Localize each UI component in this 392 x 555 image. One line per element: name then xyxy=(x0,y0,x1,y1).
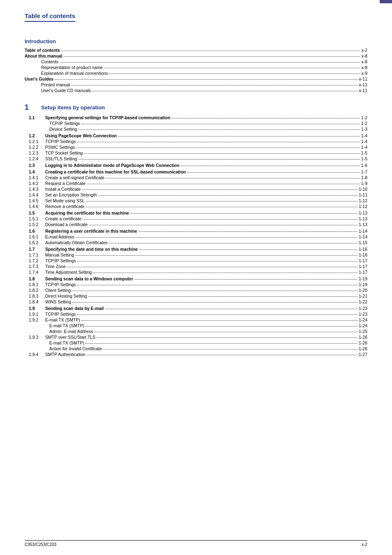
entry-1-6-2: 1.6.2 Automatically Obtain Certificates … xyxy=(25,240,367,245)
entry-1-9-4: 1.9.4 SMTP Authentication 1-27 xyxy=(25,352,367,357)
entry-1-4-1: 1.4.1 Create a self-signed Certificate 1… xyxy=(25,175,367,180)
entry-1-3: 1.3 Logging in to Administrator mode of … xyxy=(25,163,367,168)
entry-1-2-2: 1.2.2 PSWC Settings 1-4 xyxy=(25,145,367,150)
entry-1-8-1: 1.8.1 TCP/IP Settings 1-19 xyxy=(25,282,367,287)
footer-model: C353/C253/C203 xyxy=(25,542,56,547)
toc-entry-product-name: Representation of product name x-8 xyxy=(25,65,367,70)
footer: C353/C253/C203 x-2 xyxy=(25,540,367,547)
chapter1-num: 1 xyxy=(25,103,33,112)
top-bar-decoration xyxy=(380,0,392,3)
entry-1-9-2-smtp: E-mail TX (SMTP) 1-24 xyxy=(25,323,367,328)
entry-1-4-4: 1.4.4 Set an Encryption Strength 1-11 xyxy=(25,192,367,197)
entry-1-2-1: 1.2.1 TCP/IP Settings 1-4 xyxy=(25,139,367,144)
chapter1-title: Setup items by operation xyxy=(41,104,105,111)
entry-1-6-1: 1.6.1 E-mail Address 1-14 xyxy=(25,234,367,239)
entry-1-8-2: 1.8.2 Client Setting 1-20 xyxy=(25,288,367,293)
entry-1-7-2: 1.7.2 TCP/IP Settings 1-17 xyxy=(25,258,367,263)
entry-1-4-3: 1.4.3 Install a Certificate 1-10 xyxy=(25,187,367,192)
introduction-section: Introduction Table of contents x-2 About… xyxy=(25,38,367,93)
page-container: Table of contents Introduction Table of … xyxy=(0,0,392,555)
introduction-toc: Table of contents x-2 About this manual … xyxy=(25,48,367,93)
entry-1-9-2: 1.9.2 E-mail TX (SMTP) 1-24 xyxy=(25,317,367,322)
page-title: Table of contents xyxy=(25,12,75,22)
entry-1-5-2: 1.5.2 Download a certificate 1-13 xyxy=(25,222,367,227)
introduction-title: Introduction xyxy=(25,38,367,44)
entry-1-6: 1.6 Registering a user certificate in th… xyxy=(25,229,367,234)
toc-entry-users-guides: User's Guides x-11 xyxy=(25,76,367,81)
entry-1-8-3: 1.8.3 Direct Hosting Setting 1-21 xyxy=(25,294,367,298)
toc-entry-manual-conventions: Explanation of manual conventions x-9 xyxy=(25,71,367,76)
entry-1-7-3: 1.7.3 Time Zone 1-17 xyxy=(25,264,367,269)
entry-1-9-3-action: Action for Invalid Certificate 1-26 xyxy=(25,346,367,351)
entry-1-5-1: 1.5.1 Create a certificate 1-13 xyxy=(25,216,367,221)
entry-1-8-4: 1.8.4 WINS Setting 1-22 xyxy=(25,299,367,304)
toc-entry-table-of-contents: Table of contents x-2 xyxy=(25,48,367,53)
entry-1-9-2-admin: Admin. E-mail Address 1-25 xyxy=(25,329,367,334)
entry-1-2-4: 1.2.4 SSL/TLS Setting 1-5 xyxy=(25,156,367,161)
entry-1-7: 1.7 Specifying the date and time on this… xyxy=(25,247,367,252)
entry-1-9-3-smtp: E-mail TX (SMTP) 1-26 xyxy=(25,340,367,345)
entry-1-2: 1.2 Using PageScope Web Connection 1-4 xyxy=(25,133,367,138)
entry-1-4: 1.4 Creating a certificate for this mach… xyxy=(25,169,367,174)
entry-1-4-2: 1.4.2 Request a Certificate 1-9 xyxy=(25,181,367,186)
toc-entry-printed-manual: Printed manual x-11 xyxy=(25,82,367,87)
entry-1-1-device: Device Setting 1-3 xyxy=(25,127,367,132)
chapter1-section: 1 Setup items by operation 1.1 Specifyin… xyxy=(25,103,367,357)
entry-1-7-4: 1.7.4 Time Adjustment Setting 1-17 xyxy=(25,270,367,275)
toc-entry-about-manual: About this manual x-8 xyxy=(25,53,367,58)
entry-1-4-5: 1.4.5 Set Mode using SSL 1-12 xyxy=(25,198,367,203)
entry-1-5: 1.5 Acquiring the certificate for this m… xyxy=(25,210,367,215)
entry-1-1-tcpip: TCP/IP Settings 1-2 xyxy=(25,121,367,126)
entry-1-1: 1.1 Specifying general settings for TCP/… xyxy=(25,115,367,120)
toc-entry-contents: Contents x-8 xyxy=(25,59,367,64)
entry-1-7-1: 1.7.1 Manual Setting 1-16 xyxy=(25,252,367,257)
toc-entry-cd-manuals: User's Guide CD manuals x-11 xyxy=(25,88,367,93)
entry-1-8: 1.8 Sending scan data to a Windows compu… xyxy=(25,276,367,281)
entry-1-9-3: 1.9.3 SMTP over SSL/Start TLS 1-26 xyxy=(25,335,367,340)
entry-1-9-1: 1.9.1 TCP/IP Settings 1-23 xyxy=(25,312,367,317)
entry-1-4-6: 1.4.6 Remove a certificate 1-12 xyxy=(25,204,367,209)
entry-1-9: 1.9 Sending scan data by E-mail 1-23 xyxy=(25,306,367,311)
footer-page: x-2 xyxy=(362,542,367,547)
chapter1-header: 1 Setup items by operation xyxy=(25,103,367,112)
entry-1-2-3: 1.2.3 TCP Socket Setting 1-5 xyxy=(25,150,367,155)
